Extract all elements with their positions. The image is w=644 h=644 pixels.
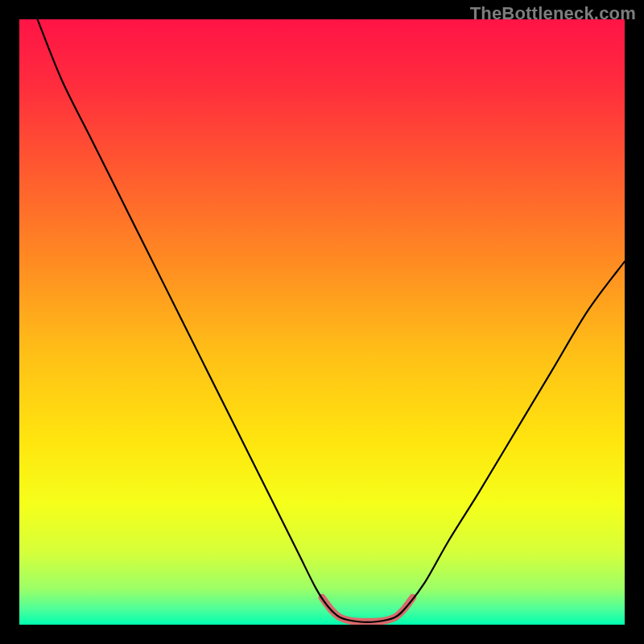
bottleneck-curve [38,19,625,622]
curve-layer [19,19,625,625]
plot-area [19,19,625,625]
optimal-zone-highlight [322,597,413,621]
chart-container: TheBottleneck.com [0,0,644,644]
